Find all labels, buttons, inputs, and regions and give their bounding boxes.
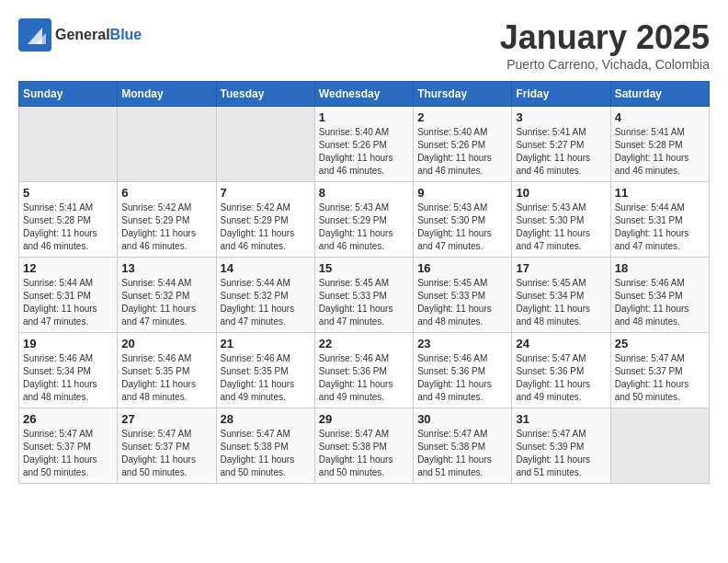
day-info: Sunrise: 5:47 AM Sunset: 5:37 PM Dayligh… xyxy=(121,428,211,479)
day-info: Sunrise: 5:47 AM Sunset: 5:38 PM Dayligh… xyxy=(319,428,409,479)
day-info: Sunrise: 5:46 AM Sunset: 5:35 PM Dayligh… xyxy=(121,352,211,404)
day-cell: 14Sunrise: 5:44 AM Sunset: 5:32 PM Dayli… xyxy=(216,258,314,333)
day-cell: 12Sunrise: 5:44 AM Sunset: 5:31 PM Dayli… xyxy=(19,258,118,333)
day-cell: 13Sunrise: 5:44 AM Sunset: 5:32 PM Dayli… xyxy=(118,258,216,333)
logo-blue: Blue xyxy=(110,27,142,42)
day-cell: 31Sunrise: 5:47 AM Sunset: 5:39 PM Dayli… xyxy=(512,408,610,484)
day-info: Sunrise: 5:47 AM Sunset: 5:38 PM Dayligh… xyxy=(417,428,507,479)
day-number: 26 xyxy=(23,412,113,426)
weekday-tuesday: Tuesday xyxy=(216,82,314,107)
day-info: Sunrise: 5:46 AM Sunset: 5:34 PM Dayligh… xyxy=(615,277,705,328)
day-cell: 23Sunrise: 5:46 AM Sunset: 5:36 PM Dayli… xyxy=(414,333,512,408)
day-cell: 21Sunrise: 5:46 AM Sunset: 5:35 PM Dayli… xyxy=(216,333,314,408)
logo-general: General xyxy=(55,27,110,42)
day-cell: 28Sunrise: 5:47 AM Sunset: 5:38 PM Dayli… xyxy=(216,408,314,484)
day-info: Sunrise: 5:43 AM Sunset: 5:30 PM Dayligh… xyxy=(417,201,507,253)
day-number: 5 xyxy=(23,186,113,200)
day-cell: 30Sunrise: 5:47 AM Sunset: 5:38 PM Dayli… xyxy=(414,408,512,484)
logo-icon xyxy=(18,18,51,52)
day-info: Sunrise: 5:44 AM Sunset: 5:31 PM Dayligh… xyxy=(23,277,113,328)
day-number: 14 xyxy=(221,261,311,275)
weekday-sunday: Sunday xyxy=(19,82,118,107)
day-number: 16 xyxy=(417,261,507,275)
day-info: Sunrise: 5:47 AM Sunset: 5:36 PM Dayligh… xyxy=(516,352,606,404)
weekday-monday: Monday xyxy=(118,82,216,107)
day-info: Sunrise: 5:45 AM Sunset: 5:34 PM Dayligh… xyxy=(516,277,606,328)
day-cell: 3Sunrise: 5:41 AM Sunset: 5:27 PM Daylig… xyxy=(512,107,610,182)
day-info: Sunrise: 5:45 AM Sunset: 5:33 PM Dayligh… xyxy=(417,277,507,328)
weekday-friday: Friday xyxy=(512,82,610,107)
day-info: Sunrise: 5:46 AM Sunset: 5:36 PM Dayligh… xyxy=(417,352,507,404)
day-info: Sunrise: 5:44 AM Sunset: 5:32 PM Dayligh… xyxy=(121,277,211,328)
day-cell: 1Sunrise: 5:40 AM Sunset: 5:26 PM Daylig… xyxy=(314,107,413,182)
day-cell: 26Sunrise: 5:47 AM Sunset: 5:37 PM Dayli… xyxy=(19,408,118,484)
day-info: Sunrise: 5:42 AM Sunset: 5:29 PM Dayligh… xyxy=(221,201,311,253)
day-number: 22 xyxy=(319,337,409,350)
week-row-4: 19Sunrise: 5:46 AM Sunset: 5:34 PM Dayli… xyxy=(19,333,710,408)
day-info: Sunrise: 5:41 AM Sunset: 5:28 PM Dayligh… xyxy=(23,201,113,253)
day-info: Sunrise: 5:43 AM Sunset: 5:29 PM Dayligh… xyxy=(319,201,409,253)
day-info: Sunrise: 5:47 AM Sunset: 5:38 PM Dayligh… xyxy=(221,428,311,479)
day-info: Sunrise: 5:42 AM Sunset: 5:29 PM Dayligh… xyxy=(121,201,211,253)
day-cell: 19Sunrise: 5:46 AM Sunset: 5:34 PM Dayli… xyxy=(19,333,118,408)
day-cell xyxy=(118,107,216,182)
day-number: 3 xyxy=(516,110,606,124)
day-cell: 20Sunrise: 5:46 AM Sunset: 5:35 PM Dayli… xyxy=(118,333,216,408)
day-cell: 5Sunrise: 5:41 AM Sunset: 5:28 PM Daylig… xyxy=(19,182,118,258)
day-number: 23 xyxy=(417,337,507,350)
location: Puerto Carreno, Vichada, Colombia xyxy=(500,57,710,72)
day-cell: 9Sunrise: 5:43 AM Sunset: 5:30 PM Daylig… xyxy=(414,182,512,258)
logo: GeneralBlue xyxy=(18,18,142,52)
week-row-5: 26Sunrise: 5:47 AM Sunset: 5:37 PM Dayli… xyxy=(19,408,710,484)
day-number: 19 xyxy=(23,337,113,350)
day-number: 10 xyxy=(516,186,606,200)
day-number: 17 xyxy=(516,261,606,275)
svg-rect-0 xyxy=(18,18,51,52)
day-number: 25 xyxy=(615,337,705,350)
day-cell: 7Sunrise: 5:42 AM Sunset: 5:29 PM Daylig… xyxy=(216,182,314,258)
week-row-2: 5Sunrise: 5:41 AM Sunset: 5:28 PM Daylig… xyxy=(19,182,710,258)
day-info: Sunrise: 5:45 AM Sunset: 5:33 PM Dayligh… xyxy=(319,277,409,328)
day-info: Sunrise: 5:47 AM Sunset: 5:37 PM Dayligh… xyxy=(23,428,113,479)
weekday-wednesday: Wednesday xyxy=(314,82,413,107)
day-cell: 29Sunrise: 5:47 AM Sunset: 5:38 PM Dayli… xyxy=(314,408,413,484)
day-cell: 11Sunrise: 5:44 AM Sunset: 5:31 PM Dayli… xyxy=(610,182,709,258)
day-cell: 8Sunrise: 5:43 AM Sunset: 5:29 PM Daylig… xyxy=(314,182,413,258)
day-number: 31 xyxy=(516,412,606,426)
day-info: Sunrise: 5:47 AM Sunset: 5:39 PM Dayligh… xyxy=(516,428,606,479)
day-number: 4 xyxy=(615,110,705,124)
day-number: 7 xyxy=(221,186,311,200)
day-cell: 17Sunrise: 5:45 AM Sunset: 5:34 PM Dayli… xyxy=(512,258,610,333)
day-number: 21 xyxy=(221,337,311,350)
day-number: 8 xyxy=(319,186,409,200)
day-number: 6 xyxy=(121,186,211,200)
day-number: 13 xyxy=(121,261,211,275)
day-info: Sunrise: 5:44 AM Sunset: 5:31 PM Dayligh… xyxy=(615,201,705,253)
day-cell: 4Sunrise: 5:41 AM Sunset: 5:28 PM Daylig… xyxy=(610,107,709,182)
day-info: Sunrise: 5:44 AM Sunset: 5:32 PM Dayligh… xyxy=(221,277,311,328)
day-number: 12 xyxy=(23,261,113,275)
day-cell: 6Sunrise: 5:42 AM Sunset: 5:29 PM Daylig… xyxy=(118,182,216,258)
day-cell: 2Sunrise: 5:40 AM Sunset: 5:26 PM Daylig… xyxy=(414,107,512,182)
weekday-saturday: Saturday xyxy=(610,82,709,107)
day-info: Sunrise: 5:46 AM Sunset: 5:36 PM Dayligh… xyxy=(319,352,409,404)
day-cell: 22Sunrise: 5:46 AM Sunset: 5:36 PM Dayli… xyxy=(314,333,413,408)
day-number: 15 xyxy=(319,261,409,275)
day-info: Sunrise: 5:41 AM Sunset: 5:27 PM Dayligh… xyxy=(516,126,606,178)
day-info: Sunrise: 5:41 AM Sunset: 5:28 PM Dayligh… xyxy=(615,126,705,178)
month-title: January 2025 xyxy=(500,18,710,57)
week-row-3: 12Sunrise: 5:44 AM Sunset: 5:31 PM Dayli… xyxy=(19,258,710,333)
day-cell: 24Sunrise: 5:47 AM Sunset: 5:36 PM Dayli… xyxy=(512,333,610,408)
day-number: 2 xyxy=(417,110,507,124)
day-cell: 10Sunrise: 5:43 AM Sunset: 5:30 PM Dayli… xyxy=(512,182,610,258)
day-number: 29 xyxy=(319,412,409,426)
page-header: GeneralBlue January 2025 Puerto Carreno,… xyxy=(18,18,710,72)
day-cell xyxy=(610,408,709,484)
day-cell: 25Sunrise: 5:47 AM Sunset: 5:37 PM Dayli… xyxy=(610,333,709,408)
day-info: Sunrise: 5:40 AM Sunset: 5:26 PM Dayligh… xyxy=(417,126,507,178)
weekday-thursday: Thursday xyxy=(414,82,512,107)
day-number: 30 xyxy=(417,412,507,426)
day-cell xyxy=(19,107,118,182)
day-number: 11 xyxy=(615,186,705,200)
week-row-1: 1Sunrise: 5:40 AM Sunset: 5:26 PM Daylig… xyxy=(19,107,710,182)
